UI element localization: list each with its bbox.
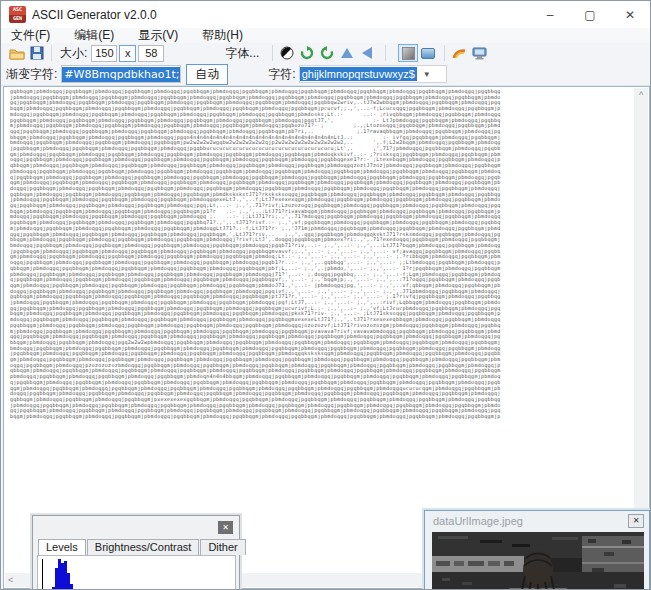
invert-button[interactable] [277, 44, 297, 62]
ascii-art: gqbbqgmjpbmdoqgqjpgqbbqgmjpbmdoqgqjpgqbb… [10, 89, 501, 420]
text-mode-button[interactable] [398, 44, 418, 62]
size-x-toggle[interactable]: x [119, 45, 136, 62]
ascii-canvas: gqbbqgmjpbmdoqgqjpgqbbqgmjpbmdoqgqjpgqbb… [3, 86, 650, 589]
menu-file[interactable]: 文件(F) [11, 27, 50, 44]
minimize-button[interactable]: – [530, 1, 570, 28]
display-button[interactable] [469, 44, 489, 62]
histogram-plot [42, 559, 234, 590]
maximize-button[interactable]: ▢ [570, 1, 610, 28]
chars-combo[interactable]: ghijklmnopqrstuvwxyz$ ▼ [299, 65, 447, 83]
flip-horizontal-button[interactable] [357, 44, 377, 62]
app-window: ASC GEN ASCII Generator v2.0.0 – ▢ ✕ 文件(… [0, 0, 651, 590]
source-photo: IVERSON 3 [432, 532, 644, 590]
save-button[interactable] [27, 44, 47, 62]
toolbar-characters: 渐变字符: #W8Bmqpdbkhao1t;:,. ▼ 自动 字符: ghijk… [1, 63, 650, 86]
toolbar-separator [444, 45, 445, 61]
title-bar: ASC GEN ASCII Generator v2.0.0 – ▢ ✕ [1, 1, 650, 28]
scroll-up-icon[interactable]: ^ [636, 88, 646, 575]
size-label: 大小: [60, 45, 87, 62]
levels-tabs: Levels Brightness/Contrast Dither [38, 539, 247, 555]
menu-bar: 文件(F) 编辑(E) 显示(V) 帮助(H) [1, 28, 650, 43]
levels-close-button[interactable]: ✕ [218, 521, 233, 534]
gradient-chars-value: #W8Bmqpdbkhao1t;:,. [62, 67, 181, 82]
image-window-title: dataUrlImage.jpeg [433, 515, 523, 527]
tab-levels[interactable]: Levels [38, 539, 86, 555]
gradient-chars-combo[interactable]: #W8Bmqpdbkhao1t;:,. ▼ [61, 65, 181, 83]
image-close-button[interactable]: ✕ [628, 514, 644, 528]
vertical-scrollbar[interactable]: ^ [634, 88, 648, 575]
menu-edit[interactable]: 编辑(E) [74, 27, 114, 44]
image-mode-icon [421, 48, 435, 59]
app-icon: ASC GEN [9, 6, 26, 23]
chars-value: ghijklmnopqrstuvwxyz$ [300, 67, 417, 81]
menu-view[interactable]: 显示(V) [138, 27, 178, 44]
rotate-cw-button[interactable] [297, 44, 317, 62]
scroll-left-icon[interactable]: < [5, 573, 16, 587]
display-monitor-icon [472, 47, 487, 60]
app-icon-text-bottom: GEN [9, 15, 26, 24]
auto-button[interactable]: 自动 [186, 64, 228, 85]
rotate-ccw-icon [320, 46, 334, 60]
colors-button[interactable] [449, 44, 469, 62]
gradient-chars-label: 渐变字符: [6, 66, 57, 83]
app-icon-text-top: ASC [9, 6, 26, 15]
width-input[interactable] [91, 45, 117, 62]
basketball-photo-graphic: IVERSON 3 [432, 532, 644, 590]
open-folder-icon [9, 47, 25, 60]
levels-tab-page [37, 555, 236, 590]
invert-circle-icon [280, 46, 294, 60]
tab-dither[interactable]: Dither [200, 539, 245, 555]
text-mode-icon [402, 47, 415, 60]
height-input[interactable] [138, 45, 164, 62]
flip-vertical-button[interactable] [337, 44, 357, 62]
histogram-bars [43, 559, 234, 590]
chevron-down-icon[interactable]: ▼ [423, 70, 431, 79]
levels-window: ✕ Levels Brightness/Contrast Dither [32, 515, 240, 590]
chars-label: 字符: [268, 66, 295, 83]
font-button[interactable]: 字体... [216, 42, 268, 65]
toolbar-separator [51, 45, 52, 61]
save-floppy-icon [30, 46, 44, 60]
window-title: ASCII Generator v2.0.0 [32, 8, 157, 22]
colors-icon [452, 47, 467, 60]
open-file-button[interactable] [7, 44, 27, 62]
image-window: dataUrlImage.jpeg ✕ [424, 510, 650, 590]
rotate-ccw-button[interactable] [317, 44, 337, 62]
flip-vertical-icon [341, 48, 353, 58]
toolbar-separator [272, 45, 273, 61]
toolbar-main: 大小: x 字体... [1, 43, 650, 63]
toolbar-separator [385, 45, 386, 61]
rotate-cw-icon [300, 46, 314, 60]
image-mode-button[interactable] [418, 44, 438, 62]
close-button[interactable]: ✕ [610, 1, 650, 28]
flip-horizontal-icon [362, 47, 372, 59]
tab-brightness-contrast[interactable]: Brightness/Contrast [87, 539, 200, 555]
